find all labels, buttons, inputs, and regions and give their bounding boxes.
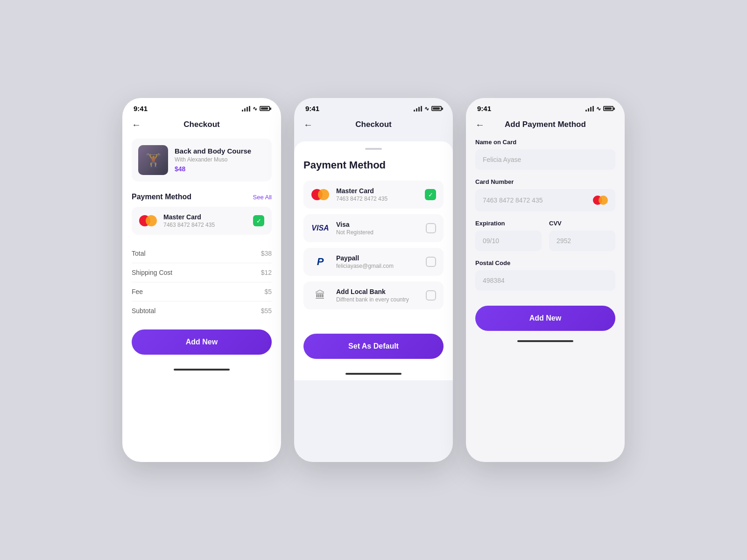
wifi-icon-3: ∿ [596, 105, 601, 112]
back-button-3[interactable]: ← [475, 119, 485, 130]
add-new-button-1[interactable]: Add New [132, 329, 272, 355]
cost-label-subtotal: Subtotal [132, 307, 155, 315]
course-name: Back and Body Course [175, 147, 251, 155]
cost-label-shipping: Shipping Cost [132, 269, 172, 276]
screen2-payment-method: 9:41 ∿ ← Checkout Payment [294, 98, 453, 462]
expiry-cvv-row: Expiration 09/10 CVV 2952 [475, 220, 615, 259]
mastercard-logo-2 [311, 188, 330, 201]
cvv-label: CVV [549, 220, 615, 227]
course-image: 🏋 [138, 145, 168, 175]
home-indicator-3 [517, 340, 573, 342]
payment-section-title: Payment Method [132, 193, 191, 201]
name-on-card-input[interactable]: Felicia Ayase [475, 149, 615, 170]
paypal-icon: P [317, 256, 324, 268]
cost-label-fee: Fee [132, 288, 143, 295]
pm-name-paypal: Paypall [336, 254, 419, 262]
postal-input[interactable]: 498384 [475, 270, 615, 291]
expiration-input[interactable]: 09/10 [475, 231, 542, 251]
checkbox-visa[interactable] [426, 223, 436, 233]
status-icons-2: ∿ [414, 105, 442, 112]
see-all-button[interactable]: See All [253, 194, 272, 201]
checkbox-bank[interactable] [426, 290, 436, 301]
screen1-checkout: 9:41 ∿ ← Checkout 🏋 [122, 98, 281, 462]
payment-card-info-1: Master Card 7463 8472 8472 435 [163, 213, 247, 228]
pm-item-mastercard[interactable]: Master Card 7463 8472 8472 435 ✓ [303, 181, 444, 209]
name-on-card-label: Name on Card [475, 139, 615, 146]
cost-rows: Total $38 Shipping Cost $12 Fee $5 Subto… [122, 244, 281, 320]
pm-item-bank[interactable]: 🏛 Add Local Bank Diffrent bank in every … [303, 281, 444, 309]
pm-name-visa: Visa [336, 221, 419, 228]
cost-value-fee: $5 [264, 288, 272, 295]
status-icons-1: ∿ [242, 105, 270, 112]
expiration-value: 09/10 [483, 237, 499, 245]
card-name-1: Master Card [163, 213, 247, 221]
course-instructor: With Alexander Muso [175, 156, 251, 163]
cost-row-total: Total $38 [132, 244, 272, 263]
card-number-section: Card Number 7463 8472 8472 435 [475, 178, 615, 211]
name-on-card-section: Name on Card Felicia Ayase [475, 139, 615, 170]
wifi-icon-1: ∿ [253, 105, 257, 112]
expiration-label: Expiration [475, 220, 542, 227]
battery-icon-2 [431, 106, 442, 111]
home-indicator-2 [345, 373, 402, 375]
cost-value-total: $38 [261, 250, 272, 257]
back-button-2[interactable]: ← [303, 119, 313, 130]
mastercard-icon-2 [311, 189, 329, 200]
course-thumbnail: 🏋 [138, 145, 168, 175]
pm-item-visa[interactable]: VISA Visa Not Registered [303, 214, 444, 242]
visa-logo: VISA [311, 222, 330, 235]
card-number-value: 7463 8472 8472 435 [483, 196, 543, 204]
mastercard-icon-3 [593, 196, 608, 205]
screen3-header: ← Add Payment Method [466, 116, 625, 137]
payment-sheet: Payment Method Master Card 7463 8472 847… [294, 141, 453, 380]
screens-container: 9:41 ∿ ← Checkout 🏋 [122, 98, 625, 462]
back-button-1[interactable]: ← [132, 119, 141, 130]
bank-icon: 🏛 [315, 289, 325, 301]
cost-value-shipping: $12 [261, 269, 272, 276]
cvv-input[interactable]: 2952 [549, 231, 615, 251]
screen3-add-payment: 9:41 ∿ ← Add Payment Method [466, 98, 625, 462]
expiration-section: Expiration 09/10 [475, 220, 542, 251]
pm-item-paypal[interactable]: P Paypall feliciayase@gmail.com [303, 248, 444, 276]
postal-value: 498384 [483, 277, 505, 284]
status-icons-3: ∿ [585, 105, 613, 112]
pm-name-mastercard: Master Card [336, 187, 418, 195]
screen3-title: Add Payment Method [505, 120, 586, 129]
status-bar-1: 9:41 ∿ [122, 98, 281, 116]
visa-icon: VISA [311, 224, 329, 232]
signal-bars-3 [585, 106, 594, 112]
wifi-icon-2: ∿ [424, 105, 429, 112]
card-number-input[interactable]: 7463 8472 8472 435 [475, 189, 615, 211]
pm-name-bank: Add Local Bank [336, 288, 419, 295]
cvv-section: CVV 2952 [549, 220, 615, 251]
paypal-logo: P [311, 255, 330, 268]
battery-icon-3 [603, 106, 613, 111]
set-default-button[interactable]: Set As Default [303, 334, 444, 359]
cost-value-subtotal: $55 [261, 307, 272, 315]
course-card: 🏋 Back and Body Course With Alexander Mu… [132, 139, 272, 182]
status-time-3: 9:41 [477, 105, 491, 112]
check-icon-2: ✓ [425, 189, 436, 200]
payment-card-1[interactable]: Master Card 7463 8472 8472 435 ✓ [132, 207, 272, 235]
pm-info-visa: Visa Not Registered [336, 221, 419, 236]
pm-detail-paypal: feliciayase@gmail.com [336, 263, 419, 269]
screen2-header: ← Checkout [294, 116, 453, 137]
card-number-1: 7463 8472 8472 435 [163, 222, 247, 228]
battery-icon-1 [260, 106, 270, 111]
cost-label-total: Total [132, 250, 146, 257]
screen1-title: Checkout [183, 120, 219, 129]
pm-detail-bank: Diffrent bank in every country [336, 296, 419, 303]
signal-bars-2 [414, 106, 422, 112]
checkbox-paypal[interactable] [426, 257, 436, 267]
course-info: Back and Body Course With Alexander Muso… [175, 147, 251, 173]
pm-detail-mastercard: 7463 8472 8472 435 [336, 196, 418, 202]
course-price: $48 [175, 165, 185, 173]
payment-method-title: Payment Method [303, 159, 444, 171]
postal-label: Postal Code [475, 259, 615, 266]
sheet-handle [365, 148, 382, 150]
payment-section-header: Payment Method See All [122, 189, 281, 207]
postal-section: Postal Code 498384 [475, 259, 615, 291]
add-new-button-3[interactable]: Add New [475, 306, 615, 331]
cvv-value: 2952 [557, 237, 571, 245]
name-on-card-value: Felicia Ayase [483, 156, 521, 163]
